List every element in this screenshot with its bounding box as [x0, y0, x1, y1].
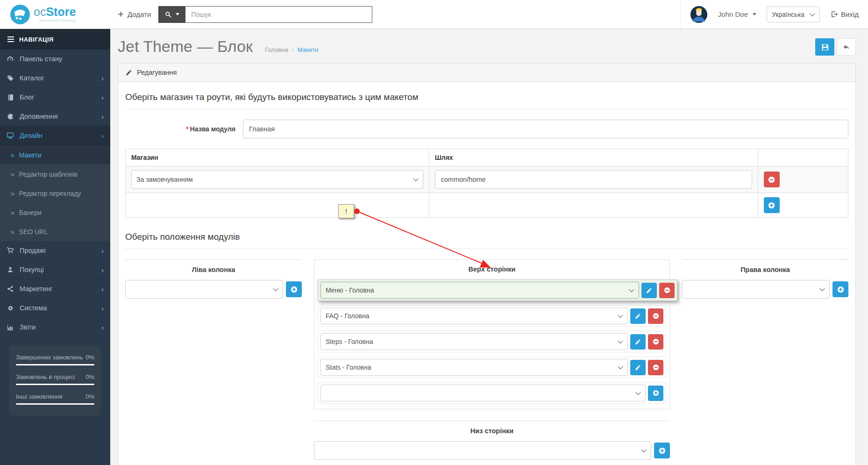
- remove-module-button[interactable]: [648, 308, 663, 324]
- edit-module-button[interactable]: [630, 308, 646, 324]
- book-icon: [7, 93, 14, 101]
- sidebar-item-sales[interactable]: Продажі ›: [0, 241, 110, 260]
- stat-label: Замовлень в процесі: [16, 373, 75, 380]
- sidebar-item-reports[interactable]: Звіти ›: [0, 318, 110, 337]
- left-column-add-button[interactable]: [286, 281, 302, 297]
- stat-value: 0%: [85, 373, 94, 380]
- submenu-item-language-editor[interactable]: » Редактор перекладу: [0, 184, 110, 203]
- brand-logo[interactable]: ocStore open source shopping: [0, 0, 110, 29]
- edit-module-button[interactable]: [630, 334, 646, 350]
- submenu-item-seo-url[interactable]: » SEO URL: [0, 222, 110, 241]
- sidebar-item-catalog[interactable]: Каталог ›: [0, 69, 110, 88]
- breadcrumb-current[interactable]: Макети: [298, 46, 318, 53]
- double-chevron-icon: »: [11, 171, 14, 178]
- sidebar-item-marketing[interactable]: Маркетинг ›: [0, 279, 110, 299]
- top-module-select[interactable]: FAQ - Головна: [320, 308, 628, 324]
- table-row: За замовчуванням: [126, 166, 848, 193]
- actions-column-header: [758, 149, 848, 166]
- edit-module-button[interactable]: [630, 360, 646, 375]
- design-submenu: » Макети » Редактор шаблонів » Редактор …: [0, 145, 110, 241]
- minus-circle-icon: [663, 286, 671, 294]
- ocstore-logo-icon: [10, 5, 30, 24]
- logout-button[interactable]: Вихід: [830, 10, 859, 18]
- language-select[interactable]: Українська: [767, 7, 820, 22]
- required-asterisk: *: [186, 125, 188, 133]
- module-row-dragged[interactable]: Меню - Головна: [318, 279, 677, 301]
- save-button[interactable]: [815, 38, 834, 56]
- right-column-add-button[interactable]: [832, 281, 848, 297]
- position-bottom-section: Низ сторінки: [314, 421, 670, 460]
- route-input[interactable]: [435, 170, 752, 189]
- user-menu[interactable]: John Doe: [718, 10, 756, 18]
- position-left-column: Ліва колонка: [125, 259, 302, 409]
- breadcrumb-home[interactable]: Головна: [265, 46, 288, 53]
- positions-section-title: Оберіть положення модулів: [125, 230, 848, 249]
- main-content: Jet Theme — Блок Головна › Макети: [110, 29, 868, 465]
- submenu-item-template-editor[interactable]: » Редактор шаблонів: [0, 165, 110, 184]
- stat-other-orders: Інші замовлення 0%: [16, 393, 94, 405]
- user-name: John Doe: [718, 10, 748, 18]
- divider: [125, 259, 302, 260]
- stat-label: Завершених замовлень: [16, 354, 83, 361]
- add-button[interactable]: Додати: [117, 10, 151, 18]
- chevron-right-icon: ›: [101, 286, 104, 293]
- monitor-icon: [7, 132, 14, 139]
- chevron-right-icon: ›: [101, 132, 104, 139]
- stat-processing-orders: Замовлень в процесі 0%: [16, 373, 94, 385]
- module-row-empty: [318, 382, 666, 404]
- chevron-right-icon: ›: [101, 266, 104, 273]
- double-chevron-icon: »: [11, 190, 14, 197]
- position-top-box: Верх сторінки Меню - Головна: [314, 259, 670, 409]
- submenu-item-banners[interactable]: » Банери: [0, 203, 110, 222]
- sidebar: НАВІГАЦІЯ Панель стану Каталог › Бл: [0, 29, 110, 465]
- top-module-select[interactable]: Steps - Головна: [320, 333, 628, 350]
- share-icon: [7, 285, 14, 293]
- left-column-module-select[interactable]: [125, 280, 283, 299]
- right-column-module-select[interactable]: [682, 280, 830, 299]
- pencil-icon: [634, 338, 642, 345]
- search-button[interactable]: [158, 6, 185, 23]
- plus-icon: [117, 11, 124, 18]
- remove-module-button[interactable]: [659, 283, 675, 298]
- add-route-button[interactable]: [764, 197, 780, 213]
- remove-module-button[interactable]: [648, 334, 663, 350]
- sidebar-item-dashboard[interactable]: Панель стану: [0, 50, 110, 69]
- top-bar: ocStore open source shopping Додати Joh: [0, 0, 868, 29]
- sidebar-item-extensions[interactable]: Доповнення ›: [0, 107, 110, 126]
- progress-bar: [16, 384, 94, 385]
- brand-oc: oc: [34, 5, 46, 18]
- back-button[interactable]: [837, 38, 856, 56]
- bottom-add-button[interactable]: [654, 443, 670, 458]
- sidebar-item-customers[interactable]: Покупці ›: [0, 260, 110, 279]
- search-input[interactable]: [185, 6, 372, 23]
- sidebar-item-blog[interactable]: Блог ›: [0, 88, 110, 107]
- top-module-select-new[interactable]: [320, 385, 646, 401]
- breadcrumb-separator: ›: [292, 46, 294, 53]
- top-module-select[interactable]: Stats - Головна: [320, 359, 628, 376]
- remove-module-button[interactable]: [648, 360, 663, 375]
- user-avatar[interactable]: [690, 6, 708, 23]
- minus-circle-icon: [652, 312, 660, 320]
- module-name-input[interactable]: [243, 120, 848, 138]
- caret-down-icon: [176, 13, 179, 15]
- bar-chart-icon: [7, 323, 14, 331]
- brand-tagline: open source shopping: [34, 19, 76, 22]
- right-column-title: Права колонка: [682, 266, 848, 273]
- minus-circle-icon: [768, 176, 776, 183]
- stat-value: 0%: [85, 354, 94, 361]
- chevron-right-icon: ›: [101, 75, 104, 82]
- sign-out-icon: [830, 11, 838, 18]
- chevron-right-icon: ›: [101, 247, 104, 254]
- bottom-module-select[interactable]: [314, 441, 651, 460]
- sidebar-item-design[interactable]: Дизайн ›: [0, 126, 110, 145]
- sidebar-item-system[interactable]: Система ›: [0, 299, 110, 318]
- submenu-item-layouts[interactable]: » Макети: [0, 145, 110, 165]
- top-module-select[interactable]: Меню - Головна: [320, 282, 639, 299]
- gear-icon: [7, 304, 14, 312]
- add-module-button[interactable]: [648, 386, 663, 401]
- store-select[interactable]: За замовчуванням: [131, 170, 423, 189]
- plus-circle-icon: [658, 447, 666, 454]
- cart-icon: [7, 247, 14, 254]
- edit-module-button[interactable]: [641, 283, 657, 298]
- remove-route-button[interactable]: [764, 172, 780, 187]
